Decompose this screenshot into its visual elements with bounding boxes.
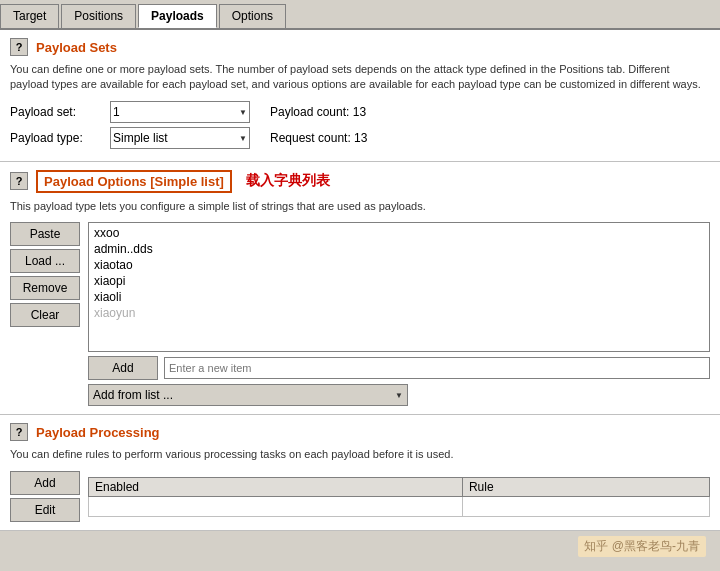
clear-button[interactable]: Clear	[10, 303, 80, 327]
payload-options-desc: This payload type lets you configure a s…	[10, 199, 710, 214]
payload-options-area: Paste Load ... Remove Clear xxoo admin..…	[10, 222, 710, 406]
remove-button[interactable]: Remove	[10, 276, 80, 300]
payload-sets-desc: You can define one or more payload sets.…	[10, 62, 710, 93]
payload-listbox[interactable]: xxoo admin..dds xiaotao xiaopi xiaoli xi…	[88, 222, 710, 352]
table-cell-rule	[462, 496, 709, 516]
add-from-wrapper: Add from list ...	[88, 384, 408, 406]
main-content: ? Payload Sets You can define one or mor…	[0, 30, 720, 531]
table-cell-enabled	[89, 496, 463, 516]
processing-edit-button[interactable]: Edit	[10, 498, 80, 522]
processing-table: Enabled Rule	[88, 477, 710, 517]
processing-area: Add Edit Enabled Rule	[10, 471, 710, 522]
payload-processing-header: ? Payload Processing	[10, 423, 710, 441]
payload-list-area: xxoo admin..dds xiaotao xiaopi xiaoli xi…	[88, 222, 710, 406]
list-item: xxoo	[91, 225, 707, 241]
payload-set-select-wrapper: 1	[110, 101, 250, 123]
tab-payloads[interactable]: Payloads	[138, 4, 217, 28]
processing-add-button[interactable]: Add	[10, 471, 80, 495]
payload-type-row: Payload type: Simple list Request count:…	[10, 127, 710, 149]
watermark: 知乎 @黑客老鸟-九青	[578, 536, 706, 557]
list-item: admin..dds	[91, 241, 707, 257]
table-header-enabled: Enabled	[89, 477, 463, 496]
payload-processing-title: Payload Processing	[36, 425, 160, 440]
payload-listbox-inner: xxoo admin..dds xiaotao xiaopi xiaoli xi…	[89, 223, 709, 323]
add-row: Add	[88, 356, 710, 380]
list-item: xiaoyun	[91, 305, 707, 321]
payload-type-select[interactable]: Simple list	[110, 127, 250, 149]
payload-options-header: ? Payload Options [Simple list] 载入字典列表	[10, 170, 710, 193]
payload-set-select[interactable]: 1	[110, 101, 250, 123]
list-item: xiaopi	[91, 273, 707, 289]
payload-sets-header: ? Payload Sets	[10, 38, 710, 56]
payload-options-title: Payload Options [Simple list]	[36, 170, 232, 193]
payload-options-help-btn[interactable]: ?	[10, 172, 28, 190]
add-from-select[interactable]: Add from list ...	[88, 384, 408, 406]
paste-button[interactable]: Paste	[10, 222, 80, 246]
payload-processing-desc: You can define rules to perform various …	[10, 447, 710, 462]
add-item-input[interactable]	[164, 357, 710, 379]
payload-sets-title: Payload Sets	[36, 40, 117, 55]
tab-positions[interactable]: Positions	[61, 4, 136, 28]
payload-count-info: Payload count: 13	[270, 105, 366, 119]
payload-options-section: ? Payload Options [Simple list] 载入字典列表 T…	[0, 162, 720, 415]
tab-bar: Target Positions Payloads Options	[0, 0, 720, 30]
payload-sets-help-btn[interactable]: ?	[10, 38, 28, 56]
request-count-info: Request count: 13	[270, 131, 367, 145]
payload-set-row: Payload set: 1 Payload count: 13	[10, 101, 710, 123]
payload-type-label: Payload type:	[10, 131, 110, 145]
payload-processing-section: ? Payload Processing You can define rule…	[0, 415, 720, 530]
list-item: xiaoli	[91, 289, 707, 305]
processing-buttons: Add Edit	[10, 471, 80, 522]
payload-type-select-wrapper: Simple list	[110, 127, 250, 149]
load-button[interactable]: Load ...	[10, 249, 80, 273]
payload-processing-help-btn[interactable]: ?	[10, 423, 28, 441]
payload-set-label: Payload set:	[10, 105, 110, 119]
payload-options-annotation: 载入字典列表	[246, 172, 330, 190]
add-button[interactable]: Add	[88, 356, 158, 380]
table-header-rule: Rule	[462, 477, 709, 496]
table-row	[89, 496, 710, 516]
tab-options[interactable]: Options	[219, 4, 286, 28]
payload-action-buttons: Paste Load ... Remove Clear	[10, 222, 80, 406]
payload-sets-section: ? Payload Sets You can define one or mor…	[0, 30, 720, 162]
list-item: xiaotao	[91, 257, 707, 273]
tab-target[interactable]: Target	[0, 4, 59, 28]
